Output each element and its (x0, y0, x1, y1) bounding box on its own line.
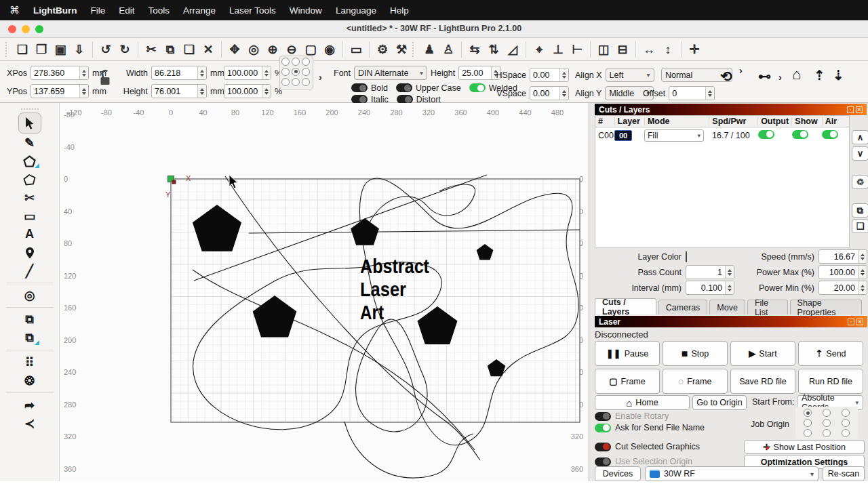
menu-arrange[interactable]: Arrange (176, 5, 222, 16)
power-min-input[interactable]: 20.00 (818, 281, 867, 295)
menu-file[interactable]: File (83, 5, 112, 16)
job-origin-bottom-left[interactable] (804, 429, 812, 437)
sync-refresh-icon[interactable]: ⟲ (720, 69, 732, 84)
save-file-icon[interactable]: ▣ (51, 39, 70, 60)
height-spinner[interactable] (197, 85, 206, 98)
speed-spinner[interactable] (858, 250, 867, 263)
distribute-vertical-icon[interactable]: ⊟ (613, 39, 632, 60)
enable-rotary-toggle[interactable]: Enable Rotary (595, 411, 669, 421)
air-toggle[interactable] (822, 130, 838, 139)
move-to-position-icon[interactable]: ✛ (685, 39, 704, 60)
device-select[interactable]: 30W RF ▾ (645, 466, 818, 481)
job-origin-middle-left[interactable] (804, 419, 812, 427)
edit-nodes-tool[interactable] (18, 170, 41, 188)
width-spinner[interactable] (197, 66, 206, 79)
job-origin-bottom-right[interactable] (842, 429, 850, 437)
text-tool[interactable]: A (18, 225, 41, 243)
layer-paste-button[interactable]: ❑ (852, 219, 868, 233)
font-select[interactable]: DIN Alternate▾ (354, 66, 427, 80)
device-tools-icon[interactable]: ⚒ (392, 39, 411, 60)
start-button[interactable]: ▶Start (730, 341, 795, 366)
send-button[interactable]: ⇡Send (798, 341, 863, 366)
anchor-center[interactable] (292, 68, 300, 76)
pan-icon[interactable]: ✥ (225, 39, 244, 60)
anchor-bottom-right[interactable] (302, 78, 310, 86)
measure-tool[interactable]: ╱ (18, 262, 41, 280)
circular-array-tool[interactable]: ❂ (18, 371, 41, 390)
cut-icon[interactable]: ✂ (142, 39, 161, 60)
center-target-icon[interactable]: ⌖ (530, 39, 549, 60)
menu-help[interactable]: Help (383, 5, 416, 16)
run-rd-file-button[interactable]: Run RD file (798, 369, 863, 394)
anchor-top-left[interactable] (281, 58, 290, 66)
anchor-middle-left[interactable] (281, 68, 290, 76)
align-left-icon[interactable]: ⊢ (568, 39, 587, 60)
layer-up-button[interactable]: ∧ (852, 130, 868, 144)
scale-x-spinner[interactable] (262, 66, 271, 79)
settings-gear-icon[interactable]: ⚙ (373, 39, 392, 60)
close-panel-icon[interactable]: ✕ (856, 319, 863, 325)
ask-send-filename-toggle[interactable]: Ask for Send File Name (595, 423, 705, 432)
close-panel-icon[interactable]: ✕ (856, 106, 863, 113)
toolbar-drag-handle[interactable] (5, 42, 9, 57)
anchor-middle-right[interactable] (302, 68, 310, 76)
paste-icon[interactable]: ❑ (180, 39, 199, 60)
menu-laser-tools[interactable]: Laser Tools (222, 5, 283, 16)
offset-spinner[interactable] (705, 87, 714, 100)
vspace-input[interactable]: 0.00 (530, 86, 569, 100)
node-connect-icon[interactable]: ⊷ (758, 69, 771, 84)
layer-mode-select[interactable]: Fill▾ (644, 129, 704, 142)
menu-window[interactable]: Window (283, 5, 329, 16)
select-tool[interactable] (18, 113, 41, 134)
offset-input[interactable]: 0 (669, 86, 715, 100)
tab-shape-properties[interactable]: Shape Properties (790, 300, 862, 314)
float-panel-icon[interactable]: ▫ (847, 106, 854, 113)
interval-spinner[interactable] (725, 281, 734, 294)
laser-title-bar[interactable]: Laser ▫ ✕ (595, 316, 867, 327)
anchor-bottom-center[interactable] (292, 78, 300, 86)
toolbar-overflow-chevron[interactable]: › (319, 72, 322, 83)
float-panel-icon[interactable]: ▫ (848, 319, 854, 325)
ypos-spinner[interactable] (79, 85, 88, 98)
tab-move[interactable]: Move (709, 300, 745, 314)
pass-count-input[interactable]: 1 (686, 265, 734, 279)
layer-copy-button[interactable]: ⧉ (852, 203, 868, 218)
interval-input[interactable]: 0.100 (686, 281, 734, 295)
job-origin-top-right[interactable] (842, 409, 850, 417)
toolbar-overflow-chevron[interactable]: › (739, 65, 743, 76)
palette-drag-handle[interactable] (21, 108, 39, 110)
same-height-icon[interactable]: ↕ (658, 39, 677, 60)
tab-cameras[interactable]: Cameras (658, 300, 708, 314)
xpos-spinner[interactable] (79, 66, 88, 79)
move-down-icon[interactable]: ⇣ (833, 68, 844, 83)
tab-file-list[interactable]: File List (747, 300, 788, 314)
menu-lightburn[interactable]: LightBurn (26, 5, 83, 16)
power-max-input[interactable]: 100.00 (818, 265, 867, 279)
scale-y-spinner[interactable] (262, 85, 271, 98)
ring-tool[interactable]: ◎ (18, 286, 41, 304)
grid-array-tool[interactable]: ⠿ (18, 353, 41, 371)
snip-tool[interactable]: ✂ (18, 188, 41, 207)
home-position-icon[interactable]: ⌂ (792, 67, 801, 82)
bold-toggle[interactable]: Bold (351, 83, 388, 93)
menu-edit[interactable]: Edit (112, 5, 141, 16)
speed-input[interactable]: 16.67 (818, 249, 867, 264)
anchor-top-right[interactable] (302, 58, 310, 66)
hspace-spinner[interactable] (559, 68, 568, 81)
layer-delete-button[interactable]: ♲ (852, 175, 868, 189)
user-icon[interactable]: ♙ (439, 39, 458, 60)
flip-horizontal-icon[interactable]: ⇆ (465, 39, 484, 60)
design-canvas[interactable]: -120 -80 -40 0 40 80 120 160 200 240 280… (60, 103, 589, 481)
scale-y-input[interactable]: 100.000 (224, 84, 271, 98)
node-v-tool[interactable]: ≺ (18, 414, 41, 432)
job-origin-bottom-center[interactable] (823, 429, 831, 437)
layer-color-chip[interactable]: 00 (614, 130, 632, 141)
hspace-input[interactable]: 0.00 (530, 68, 569, 82)
lock-aspect-icon[interactable] (99, 70, 113, 85)
xpos-input[interactable]: 278.360 (31, 66, 89, 80)
align-bottom-icon[interactable]: ⊥ (549, 39, 568, 60)
frame-circle-button[interactable]: ◌Frame (663, 369, 728, 394)
toolbar-drag-handle[interactable] (412, 42, 416, 57)
scale-x-input[interactable]: 100.000 (224, 66, 271, 80)
ypos-input[interactable]: 137.659 (31, 84, 89, 98)
